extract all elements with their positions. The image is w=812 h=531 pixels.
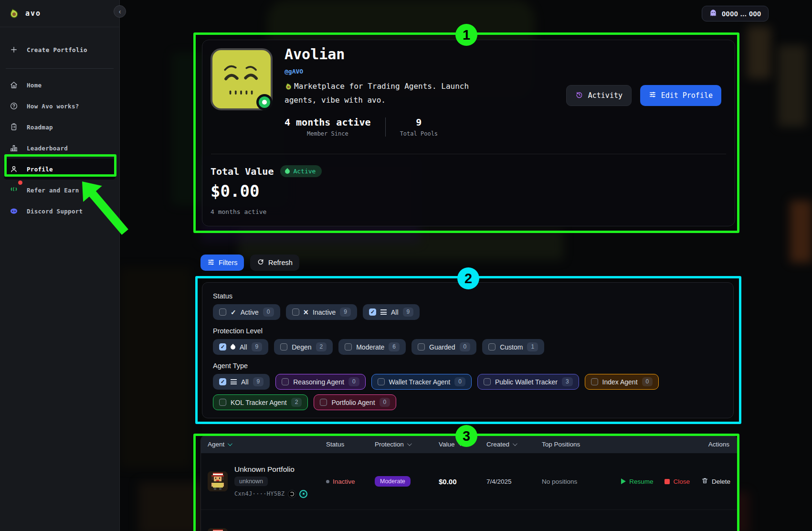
checkbox[interactable]	[484, 378, 491, 385]
table-row[interactable]: Unknown Portfolio	[201, 510, 737, 531]
sidebar-item-refer-and-earn[interactable]: Refer and Earn	[4, 180, 116, 201]
filter-chip-kol-tracker-agent[interactable]: KOL Tracker Agent 2	[213, 394, 308, 410]
portfolio-name[interactable]: Unknown Portfolio	[234, 465, 307, 474]
sidebar-item-discord-support[interactable]: Discord Support	[4, 201, 116, 222]
column-header-protection[interactable]: Protection	[375, 441, 439, 448]
avocado-icon	[285, 82, 292, 94]
chip-count-badge: 0	[454, 377, 465, 386]
plus-icon	[10, 45, 18, 54]
checkbox[interactable]	[345, 343, 352, 350]
chip-label: Degen	[292, 343, 311, 351]
sidebar-item-roadmap[interactable]: Roadmap	[4, 117, 116, 138]
chip-icon	[304, 308, 309, 317]
brand: avo	[0, 0, 119, 27]
filter-chip-custom[interactable]: Custom 1	[482, 339, 544, 355]
chip-label: Portfolio Agent	[331, 399, 375, 406]
chip-count-badge: 6	[389, 342, 400, 351]
protection-filter-row: All 9 Degen 2 Moderate 6 Guarded 0 C	[213, 339, 723, 355]
column-header-top-positions: Top Positions	[542, 441, 613, 448]
online-status-dot	[256, 94, 273, 110]
checkbox[interactable]	[219, 399, 226, 406]
resume-button[interactable]: Resume	[621, 478, 653, 485]
checkbox[interactable]	[282, 378, 289, 385]
status-dot	[326, 480, 329, 483]
chip-label: All	[240, 343, 247, 351]
total-value-amount: $0.00	[211, 181, 259, 201]
checkbox[interactable]	[591, 378, 598, 385]
token-icon[interactable]	[288, 490, 296, 498]
active-status-badge: Active	[280, 165, 322, 177]
close-button[interactable]: Close	[664, 478, 690, 485]
ghost-icon	[709, 9, 717, 19]
active-duration: 4 months active	[211, 208, 266, 215]
checkbox[interactable]	[292, 308, 299, 316]
edit-profile-button[interactable]: Edit Profile	[640, 85, 721, 106]
agent-type-group-label: Agent Type	[213, 362, 723, 370]
portfolio-value: $0.00	[439, 478, 486, 486]
column-header-created[interactable]: Created	[486, 441, 542, 448]
profile-card: Avolian @gAVO Marketplace for Trading Ag…	[202, 40, 735, 226]
checkbox[interactable]	[378, 378, 385, 385]
filter-chip-all[interactable]: All 9	[363, 304, 420, 320]
checkbox[interactable]	[219, 378, 226, 385]
chip-label: Active	[241, 308, 259, 316]
filter-chip-active[interactable]: Active 0	[213, 304, 280, 320]
column-header-agent[interactable]: Agent	[208, 441, 326, 448]
chevron-down-icon	[407, 441, 412, 446]
sliders-icon	[649, 91, 656, 100]
sidebar-item-profile[interactable]: Profile	[4, 159, 116, 180]
filter-chip-guarded[interactable]: Guarded 0	[411, 339, 476, 355]
wallet-address: 0000 ... 000	[722, 10, 761, 18]
column-header-value[interactable]: Value	[439, 441, 486, 448]
table-row[interactable]: Unknown Portfolio unknown Cxn4J····HY5BZ…	[201, 453, 737, 510]
chip-count-badge: 9	[403, 308, 414, 317]
chip-icon	[231, 308, 236, 316]
filter-chip-reasoning-agent[interactable]: Reasoning Agent 0	[275, 374, 365, 390]
filter-chip-all[interactable]: All 9	[213, 374, 270, 390]
filter-chip-index-agent[interactable]: Index Agent 0	[585, 374, 659, 390]
filter-chip-all[interactable]: All 9	[213, 339, 268, 355]
profile-handle[interactable]: @gAVO	[285, 68, 303, 75]
chip-label: Moderate	[356, 343, 384, 351]
sidebar-item-home[interactable]: Home	[4, 74, 116, 96]
checkbox[interactable]	[369, 308, 376, 316]
delete-button[interactable]: Delete	[701, 477, 730, 486]
chip-label: All	[391, 308, 399, 316]
created-date: 7/4/2025	[486, 478, 542, 485]
filter-chip-inactive[interactable]: Inactive 9	[286, 304, 357, 320]
filters-button[interactable]: Filters	[200, 255, 244, 271]
create-portfolio-button[interactable]: Create Portfolio	[0, 36, 119, 64]
chevron-down-icon	[458, 441, 463, 446]
checkbox[interactable]	[219, 343, 226, 350]
checkbox[interactable]	[320, 399, 327, 406]
solscan-icon[interactable]	[299, 490, 307, 498]
create-portfolio-label: Create Portfolio	[27, 46, 87, 53]
chip-count-badge: 9	[253, 377, 264, 386]
filter-chip-wallet-tracker-agent[interactable]: Wallet Tracker Agent 0	[371, 374, 472, 390]
sidebar-item-leaderboard[interactable]: Leaderboard	[4, 138, 116, 159]
refresh-icon	[257, 258, 264, 267]
chip-label: Custom	[500, 343, 523, 351]
checkbox[interactable]	[488, 343, 496, 350]
divider	[211, 154, 726, 154]
checkbox[interactable]	[219, 308, 226, 316]
activity-button[interactable]: Activity	[566, 85, 632, 106]
chip-count-badge: 0	[263, 308, 274, 317]
member-since-value: 4 months active	[285, 117, 371, 128]
sidebar-collapse-button[interactable]: ‹	[114, 5, 126, 18]
wallet-button[interactable]: 0000 ... 000	[702, 6, 769, 21]
divider	[385, 117, 386, 137]
checkbox[interactable]	[418, 343, 425, 350]
portfolio-tag: unknown	[234, 477, 268, 486]
portfolio-avatar	[208, 471, 228, 491]
filter-chip-portfolio-agent[interactable]: Portfolio Agent 0	[314, 394, 396, 410]
checkbox[interactable]	[280, 343, 287, 350]
sidebar-item-how-avo-works[interactable]: How Avo works?	[4, 96, 116, 117]
filter-chip-public-wallet-tracker[interactable]: Public Wallet Tracker 3	[477, 374, 579, 390]
chip-label: Public Wallet Tracker	[495, 378, 558, 386]
history-icon	[575, 91, 583, 101]
filter-chip-moderate[interactable]: Moderate 6	[338, 339, 406, 355]
chip-count-badge: 3	[562, 377, 573, 386]
refresh-button[interactable]: Refresh	[250, 255, 299, 271]
filter-chip-degen[interactable]: Degen 2	[274, 339, 333, 355]
